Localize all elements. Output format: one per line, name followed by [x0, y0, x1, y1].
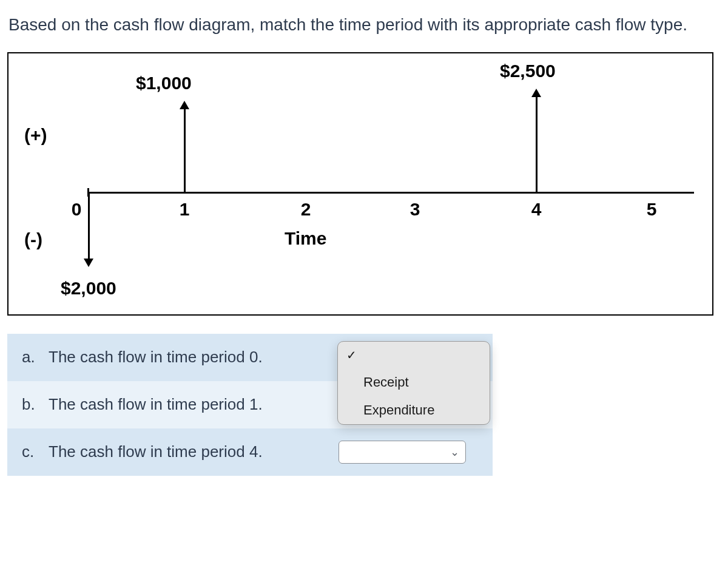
arrow-down-t0 [88, 194, 90, 260]
tick-1: 1 [180, 199, 190, 220]
time-axis-label: Time [285, 228, 326, 249]
cash-flow-diagram: (+) (-) 0 1 2 3 4 5 Time $1,000 $2,500 $… [7, 52, 713, 316]
question-text: Based on the cash flow diagram, match th… [8, 13, 720, 36]
match-letter-b: b. [22, 395, 49, 414]
dropdown-option-expenditure[interactable]: Expenditure [338, 396, 490, 424]
arrowhead-down-t0-icon [84, 259, 93, 267]
chevron-down-icon: ⌄ [450, 445, 459, 459]
arrowhead-up-t1-icon [180, 101, 189, 109]
arrowhead-up-t4-icon [531, 89, 541, 97]
dropdown-menu: ✓ Receipt Expenditure [337, 341, 490, 425]
dropdown-option-blank[interactable]: ✓ [338, 342, 490, 368]
match-letter-c: c. [22, 442, 49, 461]
negative-sign: (-) [24, 229, 42, 250]
tick-2: 2 [301, 199, 311, 220]
arrow-up-t1 [184, 108, 186, 192]
check-icon: ✓ [346, 348, 363, 362]
tick-4: 4 [531, 199, 542, 220]
arrow-up-t4 [536, 96, 538, 192]
time-axis [87, 192, 694, 194]
match-text-c: The cash flow in time period 4. [49, 442, 339, 461]
flow-value-t4: $2,500 [500, 61, 556, 81]
match-letter-a: a. [22, 348, 49, 367]
page: Based on the cash flow diagram, match th… [0, 0, 728, 487]
tick-3: 3 [410, 199, 420, 220]
positive-sign: (+) [24, 125, 47, 146]
flow-value-t1: $1,000 [136, 73, 192, 93]
match-row-c: c. The cash flow in time period 4. ⌄ [7, 428, 493, 476]
select-c[interactable]: ⌄ [339, 441, 466, 464]
matching-area: a. The cash flow in time period 0. b. Th… [7, 334, 493, 476]
tick-5: 5 [647, 199, 657, 220]
dropdown-option-receipt[interactable]: Receipt [338, 368, 490, 396]
dropdown-option-receipt-label: Receipt [363, 374, 409, 390]
flow-value-t0: $2,000 [61, 278, 116, 299]
match-text-a: The cash flow in time period 0. [49, 348, 339, 367]
match-text-b: The cash flow in time period 1. [49, 395, 339, 414]
tick-0: 0 [72, 199, 82, 220]
dropdown-option-expenditure-label: Expenditure [363, 402, 434, 418]
